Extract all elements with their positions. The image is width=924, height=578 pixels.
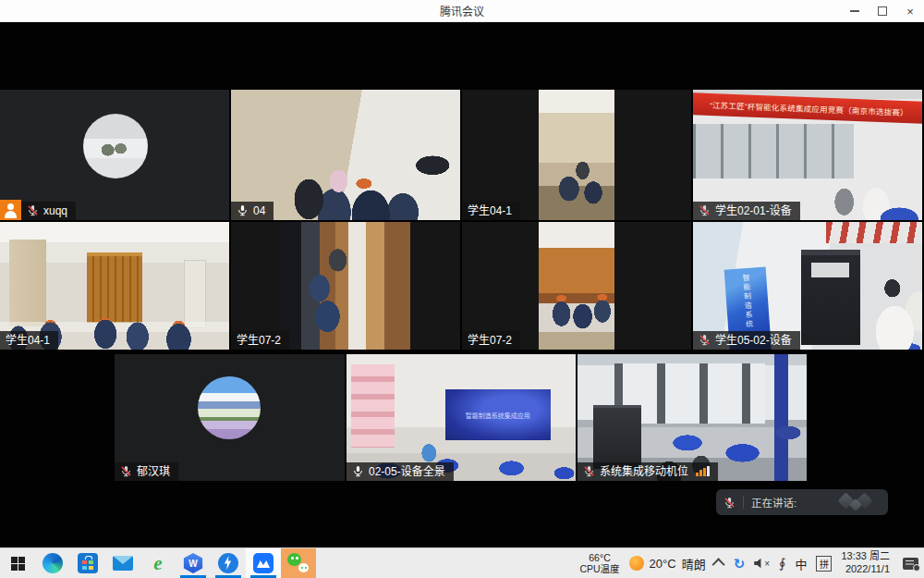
- participant-namebar: 学生07-2: [231, 331, 289, 350]
- mic-on-icon: [352, 465, 364, 477]
- weather-widget[interactable]: 20°C 晴朗: [629, 555, 706, 572]
- mic-muted-icon: [723, 497, 736, 509]
- volume-muted-icon[interactable]: ×: [754, 559, 770, 569]
- portrait-video: [539, 222, 614, 350]
- taskbar-wechat[interactable]: [281, 548, 316, 578]
- internet-explorer-icon: e: [153, 554, 162, 573]
- pink-windows: [351, 364, 395, 448]
- sun-icon: [629, 556, 644, 571]
- banner-text: “江苏工匠”杯智能化系统集成应用竞赛（南京市选拔赛）: [710, 99, 908, 117]
- competition-banner: “江苏工匠”杯智能化系统集成应用竞赛（南京市选拔赛）: [693, 92, 922, 124]
- taskbar-edge[interactable]: [35, 548, 70, 578]
- lightning-icon: [218, 553, 238, 573]
- divider: [743, 496, 744, 509]
- taskbar-store[interactable]: [70, 548, 105, 578]
- participant-namebar: 系统集成移动机位: [578, 462, 718, 481]
- mic-muted-icon: [699, 204, 711, 216]
- participant-tile-xuesheng07-2-a[interactable]: 学生07-2: [231, 222, 460, 350]
- taskbar-clock[interactable]: 13:33 周二 2022/11/1: [841, 550, 890, 576]
- participant-name: xuqq: [43, 204, 67, 217]
- taskbar-tencent-meeting[interactable]: [246, 548, 281, 578]
- participant-namebar: 学生02-01-设备: [693, 202, 800, 220]
- participant-tile-xuqq[interactable]: xuqq: [0, 90, 229, 220]
- participant-namebar: 学生05-02-设备: [693, 331, 800, 350]
- weather-temp: 20°C: [650, 557, 676, 571]
- windows-logo-icon: [11, 557, 25, 571]
- ime-pinyin-indicator[interactable]: 拼: [816, 556, 832, 572]
- avatar: [83, 114, 148, 178]
- sync-icon[interactable]: ↻: [734, 557, 746, 571]
- restore-button[interactable]: [869, 0, 896, 22]
- window-curtains: [614, 363, 766, 424]
- speaking-mic-wrap: [723, 497, 736, 509]
- window-blinds: [87, 252, 142, 323]
- weather-desc: 晴朗: [682, 555, 706, 572]
- mic-muted-icon: [27, 204, 39, 216]
- action-center-icon[interactable]: [903, 558, 918, 570]
- participant-name: 系统集成移动机位: [600, 465, 688, 478]
- participant-name: 学生04-1: [6, 334, 50, 347]
- wechat-icon: [287, 553, 310, 573]
- participant-tile-yidongjiwei[interactable]: 系统集成移动机位: [578, 354, 807, 481]
- participant-namebar: 学生07-2: [462, 331, 520, 350]
- participant-namebar: xuqq: [21, 202, 76, 220]
- cpu-temp-widget[interactable]: 66°C CPU温度: [579, 552, 619, 574]
- start-button[interactable]: [0, 548, 35, 578]
- curtain: [9, 240, 46, 326]
- participant-namebar: 郁汉琪: [115, 462, 178, 481]
- minimize-button[interactable]: [841, 0, 869, 22]
- language-indicator[interactable]: 中: [795, 555, 807, 572]
- clock-time: 13:33 周二: [841, 550, 890, 563]
- host-badge-icon: [0, 200, 21, 220]
- mic-muted-icon: [699, 334, 711, 346]
- participant-name: 学生04-1: [468, 204, 512, 217]
- equipment-case: [593, 405, 641, 469]
- mic-on-icon: [237, 204, 249, 216]
- participant-name: 04: [253, 204, 265, 217]
- participant-tile-xuesheng04-1-a[interactable]: 学生04-1: [462, 90, 691, 220]
- taskbar-mail[interactable]: [105, 548, 140, 578]
- tray-expand-chevron-icon[interactable]: [711, 558, 724, 571]
- participant-tile-xuesheng07-2-b[interactable]: 学生07-2: [462, 222, 691, 350]
- participant-tile-xuesheng04-1-b[interactable]: 学生04-1: [0, 222, 229, 350]
- window-title: 腾讯会议: [440, 3, 484, 18]
- participant-name: 郁汉琪: [137, 465, 170, 478]
- equipment-rack: [801, 250, 860, 345]
- close-button[interactable]: ×: [896, 0, 924, 22]
- system-tray: 66°C CPU温度 20°C 晴朗 ↻ × ∮ 中 拼 13:33 周二 20…: [579, 548, 924, 578]
- mic-muted-icon: [120, 465, 132, 477]
- participant-name: 学生02-01-设备: [715, 204, 792, 217]
- speaking-indicator: 正在讲话:: [716, 489, 888, 515]
- cpu-temp-label: CPU温度: [579, 563, 619, 574]
- speaking-label: 正在讲话:: [751, 495, 796, 510]
- participant-tile-yuhanqi[interactable]: 郁汉琪: [115, 354, 345, 481]
- portrait-video: [539, 90, 614, 220]
- participant-namebar: 04: [231, 202, 274, 220]
- titlebar: 腾讯会议 ×: [0, 0, 924, 22]
- taskbar-wps[interactable]: W: [176, 548, 211, 578]
- participant-name: 学生05-02-设备: [715, 334, 792, 347]
- signal-bars-icon: [696, 466, 710, 476]
- backdrop-text: 智能制造系统集成应用: [466, 411, 530, 420]
- participant-name: 02-05-设备全景: [369, 465, 445, 478]
- cpu-temp-value: 66°C: [579, 552, 619, 563]
- window-controls: ×: [841, 0, 924, 22]
- mail-icon: [113, 556, 133, 571]
- ink-ribbon-icon[interactable]: ∮: [779, 557, 785, 570]
- taskbar: e W 66°C CPU温度 20°C 晴朗 ↻ × ∮ 中 拼 13:33 周…: [0, 547, 924, 578]
- participant-tile-xuesheng02-01[interactable]: “江苏工匠”杯智能化系统集成应用竞赛（南京市选拔赛） 学生02-01-设备: [693, 90, 922, 220]
- taskbar-ie[interactable]: e: [140, 548, 176, 578]
- rotated-video: [281, 222, 410, 350]
- store-icon: [78, 553, 98, 573]
- participant-tile-xuesheng05-02[interactable]: 智能制造系统 学生05-02-设备: [693, 222, 922, 350]
- mic-muted-icon: [583, 465, 595, 477]
- participant-tile-04[interactable]: 04: [231, 90, 460, 220]
- participant-namebar: 02-05-设备全景: [346, 462, 454, 481]
- clock-date: 2022/11/1: [841, 563, 890, 576]
- participant-tile-02-05-quanjing[interactable]: 智能制造系统集成应用 02-05-设备全景: [346, 354, 576, 481]
- avatar: [198, 376, 261, 439]
- taskbar-lightning-app[interactable]: [211, 548, 246, 578]
- edge-icon: [43, 553, 63, 573]
- air-conditioner: [184, 260, 206, 328]
- ceiling-beams: [826, 222, 922, 243]
